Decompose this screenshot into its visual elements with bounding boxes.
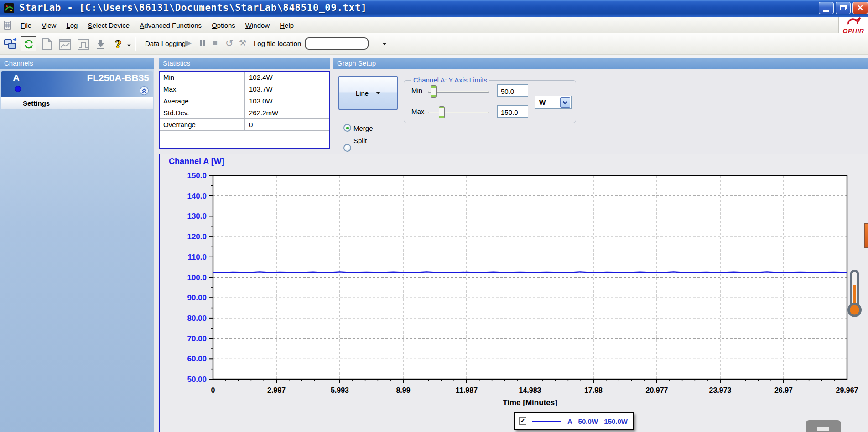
play-icon[interactable]: ▶: [185, 39, 192, 47]
svg-text:17.98: 17.98: [584, 386, 603, 394]
menu-item-select-device[interactable]: Select Device: [83, 21, 135, 29]
split-radio[interactable]: [343, 144, 351, 152]
channel-letter: A: [13, 72, 20, 83]
titlebar: StarLab - [C:\Users\86131\Documents\Star…: [0, 0, 868, 17]
restore-icon: [840, 5, 846, 10]
stat-value: 103.0W: [244, 95, 329, 107]
device-manager-button[interactable]: [3, 36, 18, 51]
max-slider-track[interactable]: [428, 112, 489, 113]
refresh-button[interactable]: [21, 36, 36, 51]
toolbar: ? Data Logging ▶ ■ ↺ ⚒ Log file location: [0, 33, 868, 55]
app-icon: [4, 3, 15, 14]
svg-text:14.983: 14.983: [519, 386, 541, 394]
minimize-icon: [823, 10, 829, 12]
close-icon: ✕: [857, 4, 863, 12]
menubar: FileViewLogSelect DeviceAdvanced Functio…: [0, 17, 868, 33]
combo-dropdown-button[interactable]: [560, 97, 570, 108]
y-min-input[interactable]: [497, 84, 528, 97]
merge-radio[interactable]: [343, 124, 351, 132]
chart-window-icon: [59, 38, 72, 50]
svg-text:Time [Minutes]: Time [Minutes]: [503, 398, 557, 407]
help-button[interactable]: ?: [112, 36, 124, 51]
unit-value: W: [539, 98, 546, 106]
svg-text:60.00: 60.00: [187, 355, 207, 363]
document-grid-icon: [4, 21, 13, 30]
window-title: StarLab - [C:\Users\86131\Documents\Star…: [19, 2, 367, 13]
stat-label: Average: [160, 95, 244, 107]
stat-label: Min: [160, 72, 244, 83]
svg-text:0: 0: [211, 386, 215, 394]
chart-panel: Channel A [W] 150.0140.0130.0120.0110.01…: [159, 154, 868, 432]
chevron-down-icon: [562, 99, 567, 104]
settings-section[interactable]: Settings: [1, 97, 153, 109]
stat-row-average: Average103.0W: [160, 95, 329, 107]
y-axis-limits-label: Channel A: Y Axis Limits: [411, 76, 489, 84]
menu-item-options[interactable]: Options: [207, 21, 240, 29]
stat-value: 102.4W: [244, 72, 329, 83]
min-slider-track[interactable]: [428, 91, 489, 93]
chart-window-button[interactable]: [57, 36, 73, 51]
svg-text:5.993: 5.993: [331, 386, 349, 394]
document-icon: [41, 38, 53, 51]
svg-text:80.00: 80.00: [187, 314, 207, 323]
max-slider-handle[interactable]: [439, 106, 445, 118]
channels-header: Channels: [0, 58, 154, 69]
legend-line-sample: [532, 421, 561, 422]
stop-icon[interactable]: ■: [213, 39, 218, 47]
dock-arrow-button[interactable]: [93, 36, 109, 51]
collapse-chevron-icon[interactable]: [140, 86, 149, 95]
channel-status-dot: [15, 86, 21, 92]
data-logging-label: Data Logging: [145, 40, 186, 47]
menu-item-help[interactable]: Help: [275, 21, 299, 29]
svg-text:120.0: 120.0: [187, 232, 207, 241]
svg-text:8.99: 8.99: [396, 386, 410, 394]
svg-text:140.0: 140.0: [187, 192, 207, 201]
corner-tool-button[interactable]: [806, 420, 841, 432]
y-max-input[interactable]: [497, 105, 528, 118]
pause-icon[interactable]: [199, 40, 206, 48]
stat-row-max: Max103.7W: [160, 83, 329, 95]
tools-icon[interactable]: ⚒: [239, 39, 246, 47]
svg-text:110.0: 110.0: [187, 253, 207, 262]
legend-checkbox[interactable]: ✓: [519, 417, 526, 425]
ophir-logo: OPHIR: [838, 17, 868, 33]
close-button[interactable]: ✕: [852, 2, 868, 14]
minimize-button[interactable]: [819, 2, 834, 14]
menu-item-window[interactable]: Window: [240, 21, 275, 29]
chevron-down-icon: [376, 92, 380, 94]
stat-row-overrange: Overrange0: [160, 119, 329, 131]
menu-item-view[interactable]: View: [36, 21, 61, 29]
svg-text:29.967: 29.967: [836, 386, 858, 394]
step-window-button[interactable]: [76, 36, 91, 51]
statistics-header: Statistics: [159, 58, 330, 69]
legend-label: A - 50.0W - 150.0W: [567, 417, 628, 425]
restore-button[interactable]: [836, 2, 851, 14]
svg-text:11.987: 11.987: [456, 386, 478, 394]
min-slider-handle[interactable]: [431, 85, 437, 98]
graph-setup-header: Graph Setup: [333, 58, 868, 69]
refresh-icon: [22, 38, 35, 51]
chart-legend: ✓ A - 50.0W - 150.0W: [514, 412, 634, 430]
unit-combobox[interactable]: W: [535, 96, 572, 109]
notes-button[interactable]: [39, 36, 55, 51]
menu-item-advanced-functions[interactable]: Advanced Functions: [135, 21, 207, 29]
thermometer-icon: [845, 270, 865, 318]
channel-a-card[interactable]: A FL250A-BB35: [1, 71, 153, 97]
channel-device-name: FL250A-BB35: [87, 72, 149, 83]
stat-label: Std.Dev.: [160, 107, 244, 118]
min-label: Min: [411, 87, 422, 94]
help-dropdown-arrow-icon[interactable]: [127, 45, 131, 47]
edge-thermometer-sliver: [864, 223, 868, 248]
svg-text:150.0: 150.0: [187, 171, 207, 180]
graph-type-dropdown[interactable]: Line: [338, 76, 398, 110]
stat-row-stddev: Std.Dev.262.2mW: [160, 107, 329, 119]
menu-item-file[interactable]: File: [16, 21, 36, 29]
log-file-dropdown-arrow-icon[interactable]: [383, 43, 386, 46]
statistics-table: Min102.4WMax103.7WAverage103.0WStd.Dev.2…: [159, 71, 330, 149]
undo-icon[interactable]: ↺: [225, 38, 234, 48]
ophir-swoosh-icon: [846, 17, 861, 26]
menu-item-log[interactable]: Log: [61, 21, 83, 29]
device-manager-icon: [4, 38, 17, 51]
log-file-location-input[interactable]: [305, 37, 369, 50]
graph-type-label: Line: [356, 89, 369, 97]
